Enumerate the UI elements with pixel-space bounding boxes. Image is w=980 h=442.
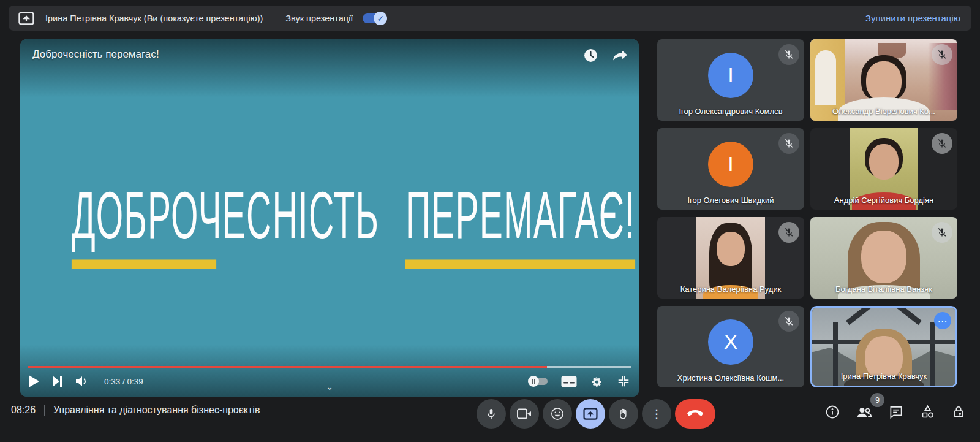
present-screen-button[interactable]: [576, 399, 605, 429]
video-controls-bar: 0:33 / 0:39: [29, 369, 630, 394]
presentation-top-bar: Ірина Петрівна Кравчук (Ви (показуєте пр…: [9, 6, 971, 31]
video-progress-played: [28, 366, 547, 368]
video-time-display: 0:33 / 0:39: [104, 377, 143, 386]
meeting-details-button[interactable]: [825, 405, 840, 419]
divider: [274, 12, 274, 25]
activities-button[interactable]: [920, 405, 935, 419]
autoplay-pause-icon: [528, 376, 539, 387]
raise-hand-button[interactable]: [609, 399, 638, 429]
shared-presentation-video[interactable]: ДОБРОЧЕСНІСТЬ ПЕРЕМАГАЄ! Доброчесність п…: [20, 39, 639, 397]
mic-off-icon: [778, 222, 799, 243]
meeting-info: 08:26 Управління та діагностування бізне…: [11, 405, 260, 416]
more-options-button[interactable]: ⋯: [934, 312, 951, 329]
presenter-label: Ірина Петрівна Кравчук (Ви (показуєте пр…: [45, 13, 263, 23]
camera-button[interactable]: [510, 399, 539, 429]
self-view-tile[interactable]: ⋯ Ірина Петрівна Кравчук: [810, 306, 957, 387]
stop-presentation-button[interactable]: Зупинити презентацію: [865, 13, 960, 23]
participant-tile[interactable]: І Ігор Олександрович Комлєв: [657, 39, 804, 121]
mic-off-icon: [778, 44, 799, 65]
video-progress-bar[interactable]: [28, 366, 631, 368]
microphone-button[interactable]: [477, 399, 506, 429]
participant-tile[interactable]: Олександр Віорелович Ко...: [810, 39, 957, 121]
mic-off-icon: [932, 222, 952, 243]
call-controls: ⋮: [477, 399, 715, 429]
leave-call-button[interactable]: [675, 399, 715, 429]
slide-word-2-block: ПЕРЕМАГАЄ!: [405, 182, 635, 269]
avatar: І: [708, 142, 753, 187]
participant-name: Андрій Сергійович Бордіян: [810, 196, 957, 205]
volume-icon[interactable]: [76, 376, 88, 387]
people-panel-button[interactable]: [856, 405, 872, 419]
participant-name: Христина Олексіївна Кошм...: [657, 373, 804, 383]
autoplay-toggle[interactable]: [529, 378, 548, 385]
participant-tile[interactable]: І Ігор Олегович Швидкий: [657, 128, 804, 210]
participant-grid: І Ігор Олександрович Комлєв Олександр Ві…: [657, 39, 957, 387]
meeting-title: Управління та діагностування бізнес-проє…: [53, 405, 260, 416]
mic-off-icon: [778, 311, 799, 332]
chat-panel-button[interactable]: [889, 405, 903, 419]
reactions-button[interactable]: [543, 399, 572, 429]
next-button[interactable]: [53, 376, 62, 387]
yellow-underline-1: [72, 259, 216, 269]
present-screen-icon: [17, 11, 36, 26]
participant-tile[interactable]: Богдана Віталіївна Ванзяк: [810, 217, 957, 299]
toggle-check-icon: ✓: [374, 12, 387, 25]
more-options-button[interactable]: ⋮: [642, 399, 671, 429]
settings-gear-icon[interactable]: [590, 375, 603, 388]
participant-tile[interactable]: Андрій Сергійович Бордіян: [810, 128, 957, 210]
presentation-sound-label: Звук презентації: [285, 13, 353, 23]
mic-off-icon: [778, 133, 799, 154]
participant-tile[interactable]: Катерина Валеріївна Рудик: [657, 217, 804, 299]
participant-name: Ігор Олександрович Комлєв: [657, 107, 804, 116]
participant-name: Олександр Віорелович Ко...: [810, 107, 957, 116]
participant-name: Катерина Валеріївна Рудик: [657, 284, 804, 294]
video-title-link[interactable]: Доброчесність перемагає!: [32, 48, 159, 61]
participant-tile[interactable]: Х Христина Олексіївна Кошм...: [657, 306, 804, 387]
participant-name: Богдана Віталіївна Ванзяк: [810, 284, 957, 294]
share-icon[interactable]: [612, 49, 629, 63]
slide-word-1-block: ДОБРОЧЕСНІСТЬ: [72, 182, 379, 269]
clock: 08:26: [11, 405, 36, 416]
watch-later-icon[interactable]: [583, 48, 598, 63]
mic-off-icon: [932, 133, 952, 154]
mic-off-icon: [932, 44, 952, 65]
participant-name: Ірина Петрівна Кравчук: [812, 372, 956, 381]
divider: [44, 405, 45, 416]
participant-count-badge: 9: [870, 393, 884, 407]
meeting-panels: [825, 405, 965, 419]
yellow-underline-2: [405, 259, 635, 269]
host-controls-button[interactable]: [952, 405, 965, 419]
subtitles-icon[interactable]: [561, 376, 577, 387]
play-button[interactable]: [29, 375, 39, 387]
avatar: І: [708, 53, 753, 98]
collapse-icon[interactable]: [617, 375, 630, 388]
slide-heading-1: ДОБРОЧЕСНІСТЬ: [72, 182, 379, 249]
participant-name: Ігор Олегович Швидкий: [657, 196, 804, 205]
slide-content: ДОБРОЧЕСНІСТЬ ПЕРЕМАГАЄ!: [20, 189, 639, 262]
avatar: Х: [708, 319, 753, 365]
presentation-sound-toggle[interactable]: ✓: [363, 13, 386, 23]
slide-heading-2: ПЕРЕМАГАЄ!: [405, 182, 635, 249]
